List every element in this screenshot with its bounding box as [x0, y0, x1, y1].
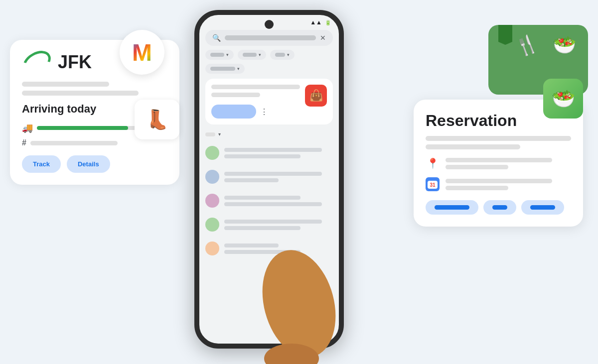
- search-icon: 🔍: [212, 34, 221, 42]
- shoe-emoji: 👢: [146, 109, 169, 130]
- avatar: [205, 146, 219, 160]
- email-preview-lines: [224, 148, 333, 158]
- location-line: [446, 158, 552, 162]
- filter-chip-label-line: [243, 53, 257, 57]
- reservation-location-row: 📍: [426, 156, 571, 170]
- shopping-bag-icon: 👜: [305, 85, 327, 107]
- email-subject-line: [224, 148, 322, 152]
- left-card-placeholder-lines: [22, 82, 167, 96]
- filter-chips-row: ▾ ▾ ▾ ▾: [199, 50, 339, 74]
- bookmark-icon: [498, 25, 512, 45]
- email-line: [211, 93, 260, 97]
- email-list-item[interactable]: [205, 214, 333, 236]
- chevron-down-icon: ▾: [237, 66, 240, 71]
- chevron-down-icon: ▾: [287, 52, 290, 57]
- email-line: [211, 85, 300, 89]
- dropdown-label-line: [205, 132, 215, 136]
- left-card-buttons: Track Details: [22, 155, 167, 173]
- email-cta-row: ⋮: [211, 105, 300, 119]
- email-preview-lines: [224, 220, 333, 230]
- jfk-text: JFK: [58, 52, 92, 73]
- signal-icon: ▲▲: [310, 19, 322, 26]
- avatar: [205, 242, 219, 255]
- filter-chip-label-line: [210, 67, 235, 71]
- tracking-number-line: [30, 141, 118, 145]
- chevron-down-icon: ▾: [259, 52, 261, 57]
- email-preview-lines: [224, 196, 333, 206]
- reservation-action-buttons: [426, 200, 571, 215]
- search-placeholder-line: [225, 35, 316, 40]
- compose-fab[interactable]: ✏: [308, 287, 330, 309]
- email-subject-line: [224, 220, 322, 224]
- jfk-arc-icon: [19, 46, 55, 79]
- fork-knife-icon: 🍴: [513, 32, 541, 59]
- avatar: [205, 194, 219, 208]
- reservation-date-row: 31: [426, 177, 571, 191]
- phone-camera: [265, 20, 274, 29]
- email-card-shopping: ⋮ 👜: [205, 79, 333, 124]
- hash-icon: #: [22, 138, 26, 147]
- date-lines: [446, 179, 571, 190]
- email-list-item[interactable]: [205, 238, 333, 259]
- email-preview-line: [224, 178, 279, 182]
- btn-label-line: [492, 205, 507, 210]
- truck-icon: 🚚: [22, 122, 33, 133]
- tracking-row: #: [22, 138, 167, 147]
- dropdown-chevron-icon[interactable]: ▾: [218, 131, 221, 137]
- calendar-icon: 31: [426, 177, 440, 191]
- avatar: [205, 218, 219, 232]
- reservation-card: Reservation 📍 31: [414, 100, 583, 227]
- cta-pill-button[interactable]: [211, 105, 256, 119]
- filter-chip-3[interactable]: ▾: [270, 50, 295, 60]
- email-list: [199, 142, 339, 259]
- shoe-thumbnail: 👢: [135, 100, 179, 139]
- battery-icon: 🔋: [325, 20, 331, 25]
- email-subject-line: [224, 196, 300, 200]
- location-line: [446, 165, 508, 169]
- more-options-icon[interactable]: ⋮: [260, 107, 268, 117]
- reservation-action-btn-2[interactable]: [483, 200, 516, 215]
- email-preview-lines: [224, 243, 333, 254]
- reservation-thumbnail: 🥗: [543, 79, 583, 119]
- delivery-progress-fill: [37, 126, 128, 130]
- reservation-action-btn-1[interactable]: [426, 200, 478, 215]
- email-subject-line: [224, 243, 279, 247]
- email-preview-line: [224, 250, 300, 254]
- salad-icon: 🥗: [553, 34, 576, 56]
- filter-chip-4[interactable]: ▾: [205, 64, 245, 74]
- placeholder-line: [22, 91, 139, 96]
- reservation-desc-line: [426, 144, 520, 149]
- filter-chip-1[interactable]: ▾: [205, 50, 234, 60]
- email-preview-line: [224, 202, 322, 206]
- gmail-badge: M: [120, 30, 164, 75]
- date-line: [446, 186, 508, 190]
- email-preview-lines: ⋮: [211, 85, 300, 119]
- phone-frame: ▲▲ 🔋 🔍 ✕ ▾ ▾ ▾ ▾: [194, 10, 344, 349]
- dropdown-row: ▾: [199, 129, 339, 139]
- details-button[interactable]: Details: [67, 155, 110, 173]
- email-preview-lines: [224, 172, 333, 182]
- filter-chip-label-line: [210, 53, 224, 57]
- location-pin-icon: 📍: [426, 156, 440, 170]
- email-list-item[interactable]: [205, 142, 333, 164]
- gmail-m-icon: M: [132, 39, 152, 66]
- filter-chip-label-line: [275, 53, 285, 57]
- location-lines: [446, 158, 571, 169]
- search-clear-icon[interactable]: ✕: [320, 34, 326, 42]
- email-subject-line: [224, 172, 322, 176]
- email-preview-line: [224, 154, 300, 158]
- email-list-item[interactable]: [205, 166, 333, 188]
- placeholder-line: [22, 82, 109, 87]
- calendar-date: 31: [428, 181, 438, 189]
- reservation-action-btn-3[interactable]: [521, 200, 564, 215]
- track-button[interactable]: Track: [22, 155, 61, 173]
- reservation-desc-line: [426, 136, 571, 141]
- btn-label-line: [435, 205, 469, 210]
- phone-search-bar[interactable]: 🔍 ✕: [205, 30, 333, 46]
- salad-thumb-icon: 🥗: [552, 88, 575, 110]
- reservation-thumb-image: 🥗: [543, 79, 583, 119]
- filter-chip-2[interactable]: ▾: [238, 50, 266, 60]
- email-list-item[interactable]: [205, 190, 333, 212]
- date-line: [446, 179, 552, 183]
- chevron-down-icon: ▾: [226, 52, 229, 57]
